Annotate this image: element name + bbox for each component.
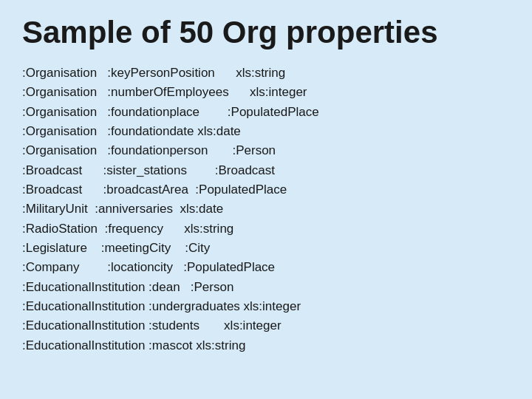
property-row: :Organisation :foundationplace :Populate… [22, 103, 510, 122]
property-row: :Organisation :numberOfEmployees xls:int… [22, 83, 510, 102]
property-row: :RadioStation :frequency xls:string [22, 219, 510, 239]
property-row: :Broadcast :broadcastArea :PopulatedPlac… [22, 180, 510, 200]
property-row: :EducationalInstitution :undergraduates … [22, 297, 510, 316]
property-row: :Organisation :foundationdate xls:date [22, 122, 510, 141]
main-container: Sample of 50 Org properties :Organisatio… [0, 0, 532, 399]
property-row: :Organisation :foundationperson :Person [22, 141, 510, 160]
property-row: :Company :locationcity :PopulatedPlace [22, 258, 510, 277]
property-row: :Legislature :meetingCity :City [22, 239, 510, 258]
property-row: :MilitaryUnit :anniversaries xls:date [22, 200, 510, 219]
property-row: :EducationalInstitution :dean :Person [22, 278, 510, 297]
page-title: Sample of 50 Org properties [22, 15, 510, 50]
properties-list: :Organisation :keyPersonPosition xls:str… [22, 64, 510, 355]
property-row: :EducationalInstitution :mascot xls:stri… [22, 336, 510, 355]
property-row: :Broadcast :sister_stations :Broadcast [22, 161, 510, 180]
property-row: :EducationalInstitution :students xls:in… [22, 316, 510, 335]
property-row: :Organisation :keyPersonPosition xls:str… [22, 64, 510, 83]
